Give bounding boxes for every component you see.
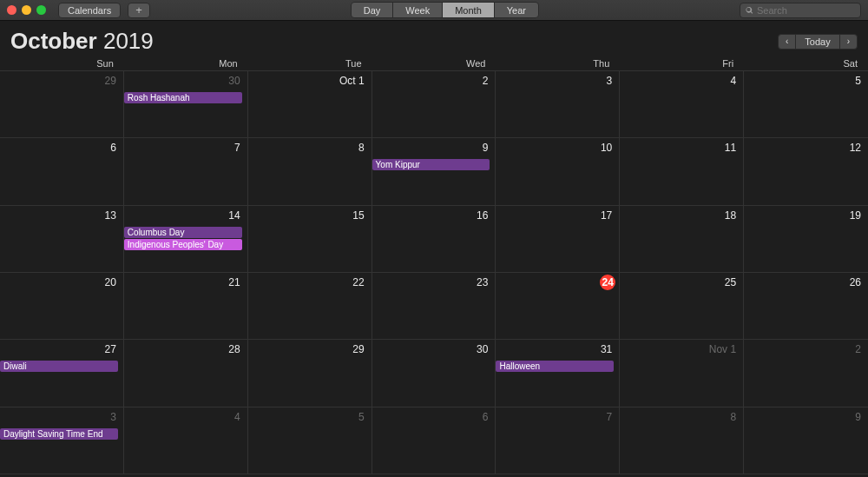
month-title: October 2019	[10, 28, 154, 55]
day-number: 5	[358, 411, 365, 423]
day-number: 4	[234, 411, 240, 423]
day-number: 25	[725, 276, 736, 288]
day-cell[interactable]: 26	[744, 273, 868, 340]
minimize-icon[interactable]	[22, 5, 31, 15]
day-number: 5	[855, 75, 861, 87]
day-cell[interactable]: 22	[248, 273, 372, 340]
day-number: 3	[607, 75, 613, 87]
day-number: 15	[352, 209, 364, 222]
day-cell[interactable]: 19	[744, 206, 868, 273]
window-controls	[7, 5, 46, 15]
event[interactable]: Halloween	[496, 361, 614, 372]
day-cell[interactable]: 30	[372, 340, 496, 407]
event[interactable]: Yom Kippur	[372, 159, 490, 170]
day-cell[interactable]: 6	[372, 407, 496, 474]
event-list: Yom Kippur	[378, 159, 490, 170]
day-number: 2	[855, 343, 861, 355]
event-list: Columbus DayIndigenous Peoples' Day	[129, 227, 242, 250]
day-cell[interactable]: 25	[620, 273, 744, 340]
prev-month-button[interactable]: ‹	[779, 35, 796, 49]
day-cell[interactable]: 2	[744, 340, 868, 407]
view-month[interactable]: Month	[443, 3, 495, 17]
day-cell[interactable]: 31Halloween	[496, 340, 620, 407]
day-cell[interactable]: Nov 1	[620, 340, 744, 407]
day-cell[interactable]: 2	[372, 71, 496, 138]
day-cell[interactable]: 7	[124, 138, 248, 205]
day-cell[interactable]: 9	[744, 407, 868, 474]
day-cell[interactable]: 16	[372, 206, 496, 273]
calendars-button[interactable]: Calendars	[58, 3, 121, 18]
day-cell[interactable]: 4	[124, 407, 248, 474]
event-list: Diwali	[5, 361, 118, 372]
day-cell[interactable]: 24	[496, 273, 620, 340]
day-cell[interactable]: 8	[620, 407, 744, 474]
day-number: 26	[850, 276, 861, 288]
month-nav: ‹ Today ›	[778, 34, 858, 50]
view-segmented-control: Day Week Month Year	[351, 2, 539, 18]
day-number: 11	[725, 142, 736, 154]
day-cell[interactable]: 12	[744, 138, 868, 205]
day-number: 7	[607, 411, 613, 423]
search-field[interactable]	[740, 3, 861, 18]
day-cell[interactable]: Oct 1	[248, 71, 372, 138]
day-cell[interactable]: 10	[496, 138, 620, 205]
day-number: 8	[358, 142, 365, 154]
day-cell[interactable]: 11	[620, 138, 744, 205]
view-year[interactable]: Year	[495, 3, 538, 17]
day-cell[interactable]: 18	[620, 206, 744, 273]
day-cell[interactable]: 30Rosh Hashanah	[124, 71, 248, 138]
day-cell[interactable]: 5	[744, 71, 868, 138]
day-cell[interactable]: 13	[0, 206, 124, 273]
day-number: 12	[850, 142, 861, 154]
next-month-button[interactable]: ›	[840, 35, 857, 49]
day-number: 17	[601, 209, 612, 222]
weekday-label: Mon	[124, 58, 248, 69]
weekday-label: Thu	[496, 58, 620, 69]
day-number: 19	[850, 209, 861, 222]
today-button[interactable]: Today	[796, 35, 839, 49]
day-cell[interactable]: 14Columbus DayIndigenous Peoples' Day	[124, 206, 248, 273]
day-number: 9	[483, 142, 489, 154]
event[interactable]: Indigenous Peoples' Day	[124, 239, 242, 250]
day-cell[interactable]: 29	[248, 340, 372, 407]
add-button[interactable]: +	[128, 3, 150, 18]
day-number: 10	[601, 142, 612, 154]
day-number: 8	[730, 411, 736, 423]
close-icon[interactable]	[7, 5, 16, 15]
weekday-row: SunMonTueWedThuFriSat	[0, 58, 868, 70]
month-name: October	[10, 28, 97, 54]
day-cell[interactable]: 6	[0, 138, 124, 205]
day-number: 6	[110, 142, 116, 154]
event[interactable]: Diwali	[0, 361, 118, 372]
day-cell[interactable]: 9Yom Kippur	[372, 138, 496, 205]
view-week[interactable]: Week	[393, 3, 443, 17]
day-cell[interactable]: 7	[496, 407, 620, 474]
day-number: 28	[228, 343, 240, 355]
day-cell[interactable]: 23	[372, 273, 496, 340]
event[interactable]: Rosh Hashanah	[124, 92, 242, 103]
day-number: 9	[855, 411, 861, 423]
day-cell[interactable]: 3Daylight Saving Time End	[0, 407, 124, 474]
day-cell[interactable]: 15	[248, 206, 372, 273]
day-cell[interactable]: 29	[0, 71, 124, 138]
day-cell[interactable]: 27Diwali	[0, 340, 124, 407]
day-cell[interactable]: 3	[496, 71, 620, 138]
event-list: Rosh Hashanah	[129, 92, 242, 103]
day-cell[interactable]: 5	[248, 407, 372, 474]
day-cell[interactable]: 20	[0, 273, 124, 340]
day-cell[interactable]: 4	[620, 71, 744, 138]
search-input[interactable]	[757, 5, 855, 16]
event[interactable]: Daylight Saving Time End	[0, 428, 118, 440]
event[interactable]: Columbus Day	[124, 227, 242, 238]
view-day[interactable]: Day	[352, 3, 394, 17]
zoom-icon[interactable]	[36, 5, 46, 15]
event-list: Daylight Saving Time End	[5, 428, 118, 440]
day-number: 27	[104, 343, 115, 355]
day-cell[interactable]: 17	[496, 206, 620, 273]
day-number: 7	[234, 142, 240, 154]
day-cell[interactable]: 21	[124, 273, 248, 340]
day-cell[interactable]: 8	[248, 138, 372, 205]
search-icon	[746, 6, 753, 15]
day-cell[interactable]: 28	[124, 340, 248, 407]
toolbar: Calendars + Day Week Month Year	[0, 0, 868, 21]
